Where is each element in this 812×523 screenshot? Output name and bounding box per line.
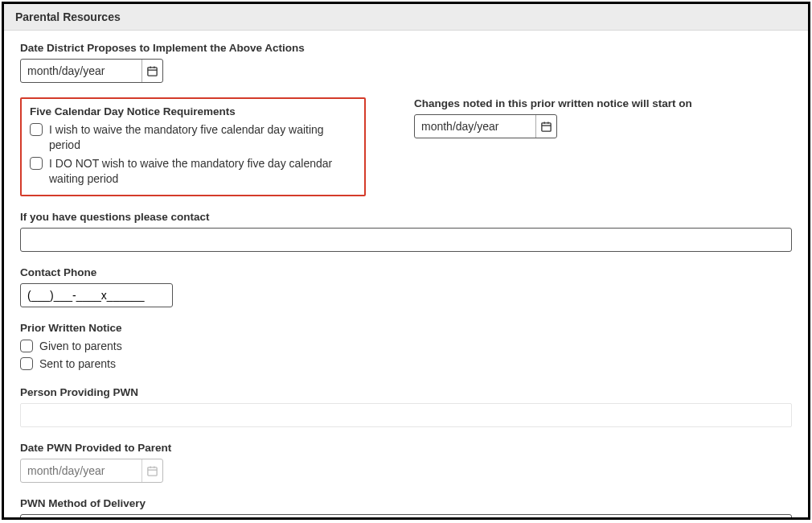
contact-label: If you have questions please contact [20, 211, 792, 223]
form-body: Date District Proposes to Implement the … [4, 31, 808, 520]
not-waive-option-row: I DO NOT wish to waive the mandatory fiv… [30, 156, 356, 187]
implement-date-label: Date District Proposes to Implement the … [20, 42, 792, 54]
changes-start-field: Changes noted in this prior written noti… [414, 97, 792, 138]
form-frame: Parental Resources Date District Propose… [2, 2, 810, 520]
pwn-sent-row: Sent to parents [20, 356, 792, 372]
changes-start-input-wrap [414, 114, 557, 138]
method-field: PWN Method of Delivery [20, 497, 792, 520]
phone-label: Contact Phone [20, 266, 792, 278]
waive-checkbox[interactable] [30, 123, 43, 136]
contact-field: If you have questions please contact [20, 211, 792, 252]
phone-field: Contact Phone [20, 266, 792, 307]
date-pwn-label: Date PWN Provided to Parent [20, 442, 792, 454]
method-input[interactable] [20, 514, 792, 520]
section-header: Parental Resources [4, 4, 808, 31]
changes-start-input[interactable] [415, 115, 535, 138]
pwn-field: Prior Written Notice Given to parents Se… [20, 322, 792, 373]
waive-label: I wish to waive the mandatory five calen… [49, 122, 356, 153]
implement-date-field: Date District Proposes to Implement the … [20, 42, 792, 83]
implement-date-input[interactable] [21, 60, 141, 82]
changes-start-label: Changes noted in this prior written noti… [414, 97, 792, 109]
five-day-group-label: Five Calendar Day Notice Requirements [30, 105, 356, 117]
contact-input[interactable] [20, 228, 792, 252]
waive-option-row: I wish to waive the mandatory five calen… [30, 122, 356, 153]
svg-rect-4 [542, 122, 551, 130]
svg-rect-8 [148, 467, 157, 476]
pwn-given-row: Given to parents [20, 339, 792, 354]
pwn-given-label: Given to parents [39, 339, 122, 354]
five-day-requirements-box: Five Calendar Day Notice Requirements I … [20, 97, 366, 196]
method-label: PWN Method of Delivery [20, 497, 792, 509]
two-column-row: Five Calendar Day Notice Requirements I … [20, 97, 792, 196]
pwn-label: Prior Written Notice [20, 322, 792, 334]
date-pwn-field: Date PWN Provided to Parent [20, 442, 792, 483]
calendar-icon[interactable] [141, 459, 162, 482]
section-title: Parental Resources [15, 10, 121, 23]
pwn-sent-label: Sent to parents [39, 356, 116, 372]
calendar-icon[interactable] [141, 60, 162, 82]
not-waive-checkbox[interactable] [30, 157, 43, 170]
not-waive-label: I DO NOT wish to waive the mandatory fiv… [49, 156, 356, 187]
date-pwn-input[interactable] [21, 459, 141, 482]
phone-input[interactable] [20, 283, 173, 307]
person-pwn-label: Person Providing PWN [20, 386, 792, 398]
pwn-sent-checkbox[interactable] [20, 357, 33, 370]
calendar-icon[interactable] [535, 115, 556, 138]
implement-date-input-wrap [20, 59, 163, 83]
person-pwn-field: Person Providing PWN [20, 386, 792, 427]
pwn-given-checkbox[interactable] [20, 340, 33, 352]
svg-rect-0 [148, 67, 157, 75]
date-pwn-input-wrap [20, 459, 163, 483]
person-pwn-input[interactable] [20, 403, 792, 427]
